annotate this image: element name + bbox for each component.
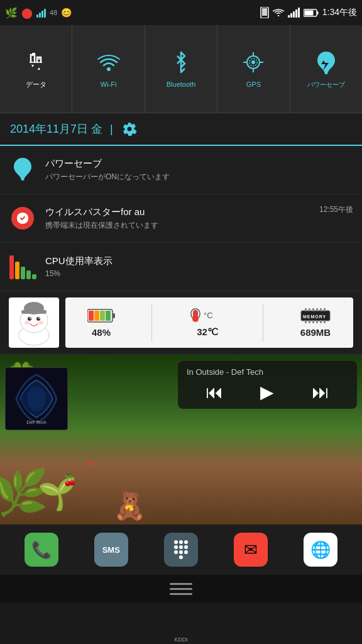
svg-text:Def Tech: Def Tech — [26, 419, 46, 425]
virusbuster-notif-content: ウイルスバスターfor au 携帯端末は現在保護されています — [45, 206, 310, 231]
svg-point-52 — [27, 386, 46, 411]
dock-dialer[interactable]: KDDI — [164, 533, 198, 567]
svg-point-59 — [184, 545, 188, 549]
cpu-notif-content: CPU使用率表示 15% — [45, 255, 353, 278]
nav-line-1 — [170, 583, 192, 585]
leaf-status-icon: 🌿 — [5, 7, 18, 19]
svg-rect-27 — [112, 313, 115, 318]
berries: 🍒 — [63, 473, 77, 487]
svg-rect-46 — [312, 320, 314, 323]
svg-point-10 — [251, 60, 255, 64]
virusbuster-notif-icon — [9, 204, 36, 232]
svg-point-56 — [184, 540, 188, 544]
svg-rect-45 — [309, 320, 310, 323]
svg-point-61 — [179, 550, 183, 554]
powersave-notif-content: パワーセーブ パワーセーバーがONになっています — [45, 158, 353, 182]
notification-powersave[interactable]: パワーセーブ パワーセーバーがONになっています — [0, 146, 362, 194]
svg-rect-31 — [106, 311, 111, 321]
status-bar: 🌿 ⬤ 48 😊 — [0, 0, 362, 25]
dock-chrome[interactable]: 🌐 — [304, 533, 337, 567]
nav-line-2 — [170, 588, 192, 590]
music-widget: In Outside - Def Tech ⏮ ▶ ⏭ — [178, 361, 357, 409]
cpu-notif-title: CPU使用率表示 — [45, 255, 353, 267]
music-controls: ⏮ ▶ ⏭ — [187, 382, 348, 402]
cell-signal-icon — [288, 8, 300, 18]
qs-powersave-label: パワーセーブ — [307, 80, 345, 89]
dock-sms[interactable]: SMS — [94, 533, 128, 567]
svg-rect-43 — [324, 308, 326, 311]
phone-icon: 📞 — [31, 540, 52, 560]
qs-bluetooth[interactable]: Bluetooth — [145, 25, 217, 113]
svg-rect-30 — [100, 311, 105, 321]
status-left-icons: 🌿 ⬤ 48 😊 — [5, 7, 72, 19]
svg-rect-48 — [320, 320, 322, 323]
music-title-text: In Outside - Def Tech — [187, 367, 348, 377]
cpu-notif-icon — [9, 253, 36, 280]
memory-stat: MEMORY 689MB — [300, 308, 331, 338]
svg-rect-44 — [305, 320, 307, 323]
qs-powersave[interactable]: パワーセーブ — [290, 25, 362, 113]
temperature-stat: °C 32℃ — [189, 308, 226, 338]
music-prev-button[interactable]: ⏮ — [206, 382, 223, 402]
svg-point-21 — [36, 317, 40, 321]
music-next-button[interactable]: ⏭ — [312, 382, 329, 402]
virusbuster-notif-title: ウイルスバスターfor au — [45, 206, 310, 218]
svg-rect-4 — [304, 10, 313, 15]
stat-divider-2 — [263, 304, 263, 341]
home-button[interactable] — [170, 583, 192, 595]
qs-wifi[interactable]: Wi-Fi — [72, 25, 145, 113]
stat-divider-1 — [151, 304, 152, 341]
email-icon: ✉ — [244, 540, 258, 560]
svg-point-60 — [174, 550, 178, 554]
virusbuster-status-icon: ⬤ — [21, 7, 33, 19]
svg-point-62 — [184, 550, 188, 554]
notification-cpu[interactable]: CPU使用率表示 15% — [0, 243, 362, 291]
svg-point-20 — [28, 317, 31, 321]
svg-rect-35 — [193, 313, 198, 319]
memory-stat-icon: MEMORY — [300, 308, 331, 323]
device-icon — [260, 7, 269, 18]
svg-point-58 — [179, 545, 183, 549]
dock-email[interactable]: ✉ — [234, 533, 268, 567]
svg-rect-3 — [317, 11, 319, 14]
svg-rect-29 — [94, 311, 99, 321]
date-separator: | — [110, 123, 113, 136]
svg-point-63 — [179, 555, 183, 559]
qs-bluetooth-label: Bluetooth — [167, 80, 195, 89]
svg-point-25 — [38, 321, 43, 325]
virusbuster-notif-time: 12:55午後 — [319, 204, 353, 215]
powersave-notif-icon — [9, 156, 36, 184]
qs-wifi-label: Wi-Fi — [101, 80, 117, 89]
face-icon: 😊 — [61, 8, 72, 18]
dialer-icon — [171, 538, 191, 561]
svg-rect-28 — [89, 311, 94, 321]
bluetooth-icon — [167, 48, 195, 76]
svg-point-8 — [107, 67, 111, 71]
svg-point-22 — [30, 318, 31, 319]
date-bar: 2014年11月7日 金 | — [0, 113, 362, 146]
battery-status-icon — [304, 9, 319, 17]
sms-icon: SMS — [102, 545, 120, 555]
berry-2: ● — [88, 458, 93, 468]
notification-virusbuster[interactable]: ウイルスバスターfor au 携帯端末は現在保護されています 12:55午後 — [0, 194, 362, 243]
mascot-widget — [9, 297, 59, 348]
wifi-qs-icon — [95, 48, 123, 76]
qs-data-label: データ — [26, 80, 47, 89]
temperature-stat-value: 32℃ — [197, 326, 218, 338]
svg-point-24 — [25, 321, 30, 325]
album-art: Def Tech — [5, 367, 68, 430]
character-doll: 🧸 — [113, 491, 146, 521]
stats-widget: 48% °C 32℃ — [65, 297, 353, 348]
music-play-button[interactable]: ▶ — [260, 382, 274, 402]
powersave-notif-title: パワーセーブ — [45, 158, 353, 170]
settings-gear-button[interactable] — [121, 120, 138, 138]
svg-rect-39 — [309, 308, 310, 311]
svg-text:°C: °C — [204, 311, 213, 320]
nav-line-3 — [170, 593, 192, 595]
dock-phone[interactable]: 📞 — [25, 533, 58, 567]
powersave-notif-subtitle: パワーセーバーがONになっています — [45, 172, 353, 182]
svg-text:MEMORY: MEMORY — [303, 314, 326, 319]
app-dock: 📞 SMS KDDI ✉ 🌐 — [0, 525, 362, 575]
qs-data[interactable]: データ — [0, 25, 72, 113]
qs-gps[interactable]: GPS — [217, 25, 290, 113]
